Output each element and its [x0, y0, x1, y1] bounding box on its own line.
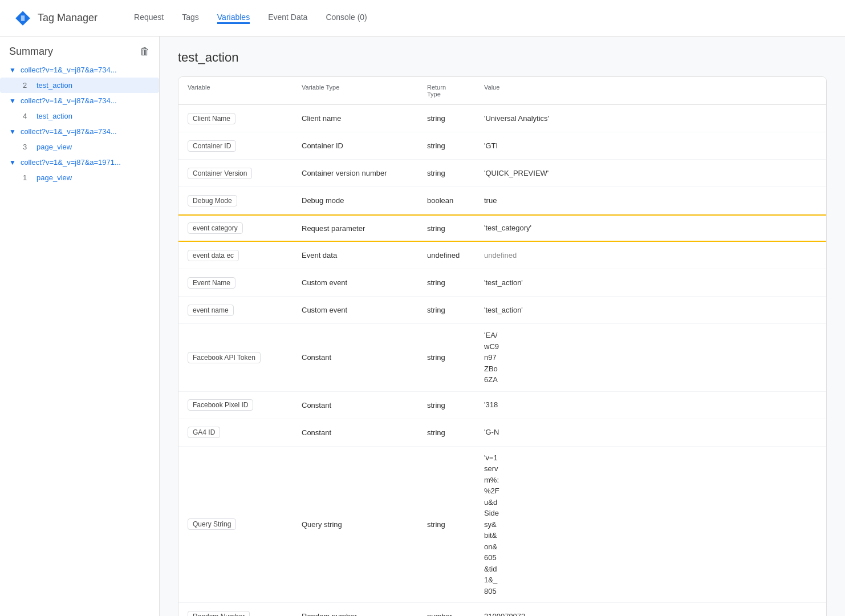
logo-icon [14, 9, 32, 27]
sidebar: Summary 🗑 ▼ collect?v=1&_v=j87&a=734... … [0, 37, 160, 616]
sidebar-item-num-1: 2 [23, 81, 32, 90]
variable-badge: Container ID [188, 140, 236, 152]
value-cell: 'EA/ wC9 n97 ZBo 6ZA [484, 324, 817, 391]
variable-badge: Client Name [188, 113, 235, 124]
variables-table: Variable Variable Type Return Type Value… [178, 76, 827, 616]
top-nav: Tag Manager Request Tags Variables Event… [0, 0, 845, 37]
table-body: Client NameClient namestring'Universal A… [178, 105, 826, 616]
variable-badge: GA4 ID [188, 427, 220, 438]
variable-badge: event data ec [188, 250, 239, 261]
sidebar-item-num-2: 4 [23, 112, 32, 120]
return-type-cell: string [427, 136, 484, 156]
table-row: Facebook Pixel IDConstantstring'318 [178, 392, 826, 419]
variable-cell: Facebook Pixel ID [188, 394, 302, 416]
variable-cell: event data ec [188, 244, 302, 267]
value-cell: 'G-N [484, 421, 817, 444]
variable-type-cell: Request parameter [302, 218, 427, 238]
table-row: Facebook API TokenConstantstring'EA/ wC9… [178, 324, 826, 392]
sidebar-group-header-4[interactable]: ▼ collect?v=1&_v=j87&a=1971... [0, 155, 159, 170]
chevron-down-icon-2: ▼ [9, 97, 16, 105]
table-row: event data ecEvent dataundefinedundefine… [178, 242, 826, 269]
table-row: event nameCustom eventstring'test_action… [178, 297, 826, 324]
nav-event-data[interactable]: Event Data [268, 13, 307, 24]
sidebar-group-header-3[interactable]: ▼ collect?v=1&_v=j87&a=734... [0, 124, 159, 139]
variable-type-cell: Constant [302, 395, 427, 415]
value-cell: 'QUICK_PREVIEW' [484, 162, 817, 185]
sidebar-item-page-view-3[interactable]: 3 page_view [0, 139, 159, 155]
sidebar-item-num-3: 3 [23, 143, 32, 151]
sidebar-item-label-4: page_view [36, 173, 72, 182]
value-cell: 'test_action' [484, 299, 817, 322]
value-cell: '318 [484, 394, 817, 416]
sidebar-group-3: ▼ collect?v=1&_v=j87&a=734... 3 page_vie… [0, 124, 159, 155]
value-cell: true [484, 189, 817, 212]
variable-badge: Random Number [188, 611, 250, 617]
nav-console[interactable]: Console (0) [326, 13, 367, 24]
variable-badge: Query String [188, 518, 236, 530]
variable-badge: event category [188, 222, 243, 234]
variable-type-cell: Client name [302, 108, 427, 128]
variable-type-cell: Constant [302, 347, 427, 367]
sidebar-group-1: ▼ collect?v=1&_v=j87&a=734... 2 test_act… [0, 62, 159, 93]
sidebar-title: Summary [9, 46, 53, 58]
header-return-type: Return Type [427, 82, 484, 100]
sidebar-item-test-action-4[interactable]: 4 test_action [0, 108, 159, 124]
table-header: Variable Variable Type Return Type Value [178, 77, 826, 105]
sidebar-item-label-2: test_action [36, 112, 72, 120]
return-type-cell: string [427, 218, 484, 238]
variable-cell: Debug Mode [188, 189, 302, 212]
return-type-cell: string [427, 273, 484, 293]
variable-badge: Container Version [188, 168, 252, 179]
variable-cell: Container Version [188, 162, 302, 185]
chevron-down-icon-3: ▼ [9, 128, 16, 136]
return-type-cell: boolean [427, 191, 484, 210]
variable-type-cell: Constant [302, 423, 427, 443]
nav-links: Request Tags Variables Event Data Consol… [134, 13, 367, 24]
sidebar-group-link-4[interactable]: collect?v=1&_v=j87&a=1971... [21, 158, 150, 167]
sidebar-group-4: ▼ collect?v=1&_v=j87&a=1971... 1 page_vi… [0, 155, 159, 185]
sidebar-item-test-action-2[interactable]: 2 test_action [0, 78, 159, 93]
nav-request[interactable]: Request [134, 13, 164, 24]
variable-cell: Query String [188, 513, 302, 536]
variable-type-cell: Container ID [302, 136, 427, 156]
return-type-cell: string [427, 300, 484, 320]
table-row: Random NumberRandom numbernumber21090790… [178, 603, 826, 616]
page-title: test_action [178, 50, 827, 65]
header-variable-type: Variable Type [302, 82, 427, 100]
return-type-cell: string [427, 108, 484, 128]
return-type-cell: number [427, 606, 484, 616]
value-cell: 'test_action' [484, 271, 817, 294]
variable-type-cell: Event data [302, 245, 427, 265]
value-cell: 2109079072 [484, 605, 817, 616]
value-cell: 'Universal Analytics' [484, 107, 817, 130]
value-cell: 'test_category' [484, 217, 817, 240]
main-content: test_action Variable Variable Type Retur… [160, 37, 845, 616]
sidebar-group-link-2[interactable]: collect?v=1&_v=j87&a=734... [21, 96, 150, 105]
variable-cell: Facebook API Token [188, 346, 302, 369]
table-row: Container IDContainer IDstring'GTI [178, 132, 826, 160]
sidebar-item-page-view-1[interactable]: 1 page_view [0, 170, 159, 185]
variable-badge: Facebook Pixel ID [188, 399, 253, 411]
sidebar-group-header-2[interactable]: ▼ collect?v=1&_v=j87&a=734... [0, 93, 159, 108]
table-row: Client NameClient namestring'Universal A… [178, 105, 826, 132]
return-type-cell: string [427, 395, 484, 415]
chevron-down-icon-1: ▼ [9, 66, 16, 74]
table-row: Container VersionContainer version numbe… [178, 160, 826, 187]
sidebar-group-link-1[interactable]: collect?v=1&_v=j87&a=734... [21, 66, 150, 74]
app-body: Summary 🗑 ▼ collect?v=1&_v=j87&a=734... … [0, 37, 845, 616]
sidebar-group-link-3[interactable]: collect?v=1&_v=j87&a=734... [21, 127, 150, 136]
nav-variables[interactable]: Variables [217, 13, 250, 24]
variable-cell: Event Name [188, 271, 302, 294]
table-row: Debug ModeDebug modebooleantrue [178, 187, 826, 214]
nav-tags[interactable]: Tags [182, 13, 199, 24]
header-value: Value [484, 82, 817, 100]
value-cell: 'GTI [484, 135, 817, 157]
variable-type-cell: Custom event [302, 300, 427, 320]
table-row: event categoryRequest parameterstring'te… [178, 214, 826, 242]
variable-cell: event name [188, 299, 302, 322]
sidebar-group-header-1[interactable]: ▼ collect?v=1&_v=j87&a=734... [0, 62, 159, 78]
delete-icon[interactable]: 🗑 [140, 46, 150, 58]
return-type-cell: undefined [427, 245, 484, 265]
variable-cell: Random Number [188, 605, 302, 617]
variable-badge: Debug Mode [188, 195, 237, 206]
